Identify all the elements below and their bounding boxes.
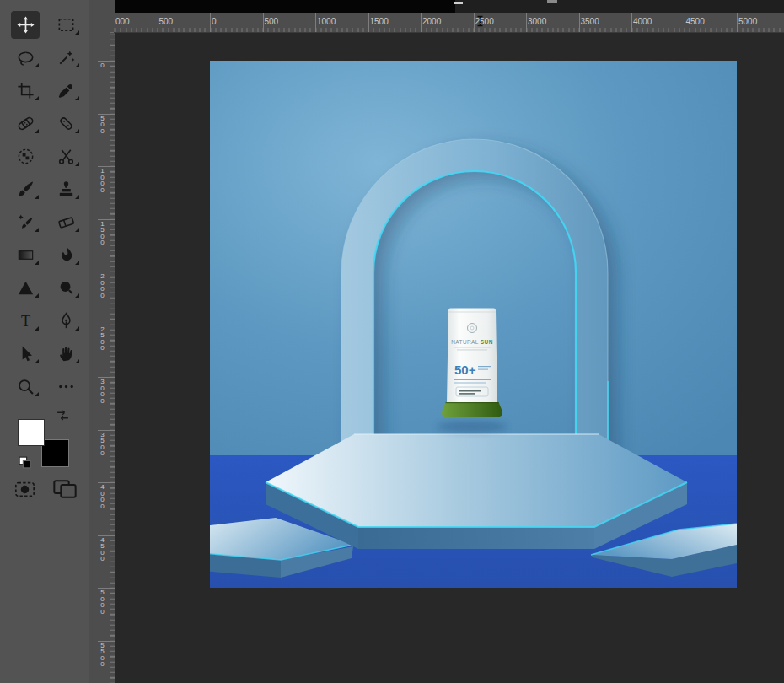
hruler-label: 5000 [738, 17, 757, 26]
scissors-tool[interactable] [46, 140, 86, 173]
rectangular-marquee-tool[interactable] [46, 8, 86, 41]
hruler-major-tick [737, 13, 738, 32]
flyout-indicator [35, 129, 39, 133]
paintbrush-tool[interactable] [5, 173, 46, 206]
gradient-tool[interactable] [5, 239, 46, 272]
dodge-tool[interactable] [46, 272, 86, 304]
vruler-label: 4000 [97, 484, 108, 509]
default-colors-icon[interactable] [18, 455, 32, 470]
horizontal-ruler: 0005000500100015002000250030003500400045… [114, 13, 784, 33]
flyout-indicator [75, 261, 79, 265]
hruler-label: 4000 [633, 17, 652, 26]
hruler-major-tick [158, 13, 158, 32]
hruler-label: 1500 [370, 17, 389, 26]
hruler-major-tick [474, 13, 475, 32]
type-tool[interactable]: T [5, 304, 46, 337]
lasso-tool[interactable] [5, 41, 46, 74]
vruler-label: 4500 [97, 537, 108, 562]
vruler-label: 0 [97, 62, 108, 69]
hruler-major-tick [421, 13, 422, 32]
vertical-ruler: 0500100015002000250030003500400045005000… [89, 0, 115, 683]
top-bar-dark-segment [114, 0, 455, 13]
tools-grid: T [5, 8, 86, 403]
background-color-swatch[interactable] [41, 439, 69, 467]
hruler-label: 4500 [686, 17, 705, 26]
flyout-indicator [75, 228, 79, 232]
crop-tool[interactable] [5, 74, 46, 107]
more-tools[interactable] [46, 370, 86, 403]
vruler-label: 2500 [97, 326, 108, 352]
brand-text: NATURAL SUN [451, 339, 493, 345]
hruler-label: 000 [115, 17, 130, 26]
vruler-label: 1000 [97, 168, 108, 193]
path-select-tool[interactable] [5, 337, 46, 370]
tool-palette: T [0, 0, 89, 683]
vertical-ruler-minor-ticks [110, 32, 115, 683]
tube-body [447, 309, 497, 403]
tab-hint [547, 0, 557, 3]
hand-tool[interactable] [46, 337, 86, 370]
flyout-indicator [75, 96, 79, 100]
hruler-label: 3000 [528, 17, 546, 26]
flyout-indicator [35, 195, 39, 199]
pen-tool[interactable] [46, 304, 86, 337]
canvas-document[interactable]: NATURAL SUN 50+ [210, 61, 737, 588]
hruler-major-tick [685, 13, 685, 32]
pattern-select-tool[interactable] [5, 140, 46, 173]
hruler-label: 1000 [317, 17, 336, 26]
mixer-brush-tool[interactable] [5, 206, 46, 239]
hruler-major-tick [368, 13, 369, 32]
flyout-indicator [35, 392, 39, 396]
hruler-label: 2000 [422, 17, 441, 26]
hruler-major-tick [210, 13, 211, 32]
vruler-label: 5500 [97, 643, 108, 668]
tab-hint [454, 2, 463, 4]
flyout-indicator [75, 63, 79, 67]
vruler-label: 3500 [97, 432, 108, 457]
vruler-label: 500 [97, 116, 108, 135]
hruler-label: 500 [265, 17, 279, 26]
smudge-tool[interactable] [46, 239, 86, 272]
quick-mask-button[interactable] [13, 478, 37, 501]
hruler-label: 500 [159, 17, 174, 26]
zoom-tool[interactable] [5, 370, 46, 403]
flyout-indicator [75, 129, 79, 133]
patch-tool[interactable] [46, 107, 86, 140]
vruler-label: 3000 [97, 379, 108, 404]
hruler-major-tick [526, 13, 527, 32]
hruler-label: 3500 [581, 17, 599, 26]
canvas-area: NATURAL SUN 50+ [114, 32, 784, 683]
hruler-label: 0 [212, 17, 217, 26]
swap-colors-icon[interactable] [56, 408, 70, 422]
vruler-label: 5000 [97, 589, 108, 615]
eyedropper-tool[interactable] [46, 74, 86, 107]
flyout-indicator [35, 63, 39, 67]
magic-wand-tool[interactable] [46, 41, 86, 74]
spf-text: 50+ [454, 363, 476, 377]
top-bar [114, 0, 784, 13]
flyout-indicator [75, 293, 79, 298]
flyout-indicator [75, 326, 79, 331]
hruler-major-tick [263, 13, 264, 32]
flyout-indicator [75, 162, 79, 166]
hruler-major-tick [631, 13, 632, 32]
flyout-indicator [75, 359, 79, 363]
foreground-color-swatch[interactable] [18, 419, 45, 446]
flyout-indicator [35, 261, 39, 265]
screen-mode-button[interactable] [51, 475, 78, 502]
vruler-label: 2000 [97, 273, 108, 298]
healing-brush-tool[interactable] [5, 107, 46, 140]
shape-tool[interactable] [5, 272, 46, 304]
svg-text:T: T [20, 313, 30, 330]
hruler-major-tick [315, 13, 316, 32]
flyout-indicator [35, 96, 39, 100]
flyout-indicator [35, 326, 39, 331]
flyout-indicator [35, 359, 39, 363]
move-tool[interactable] [5, 8, 46, 41]
clone-stamp-tool[interactable] [46, 173, 86, 206]
vruler-label: 1500 [97, 221, 108, 246]
flyout-indicator [35, 228, 39, 232]
podium [266, 434, 687, 549]
eraser-tool[interactable] [46, 206, 86, 239]
hruler-major-tick [579, 13, 580, 32]
